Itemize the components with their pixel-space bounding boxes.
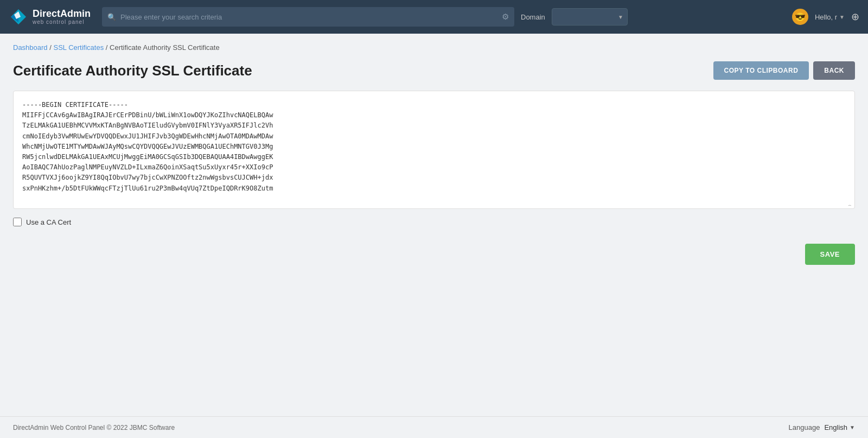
nav-right: 😎 Hello, r ▼ ⊕: [792, 9, 859, 25]
use-ca-cert-label[interactable]: Use a CA Cert: [26, 218, 71, 226]
search-settings-icon[interactable]: ⚙: [502, 12, 509, 22]
footer: DirectAdmin Web Control Panel © 2022 JBM…: [0, 416, 868, 438]
directadmin-logo-icon: [9, 7, 28, 27]
page-header: Certificate Authority SSL Certificate CO…: [13, 61, 855, 80]
apps-grid-icon[interactable]: ⊕: [851, 11, 859, 23]
save-button[interactable]: SAVE: [805, 244, 855, 265]
avatar: 😎: [792, 9, 808, 25]
language-selector[interactable]: English ▼: [824, 423, 855, 431]
use-ca-cert-checkbox[interactable]: [13, 218, 22, 226]
search-input[interactable]: [102, 7, 514, 27]
save-area: SAVE: [13, 237, 855, 271]
hello-user-text[interactable]: Hello, r ▼: [815, 13, 845, 21]
domain-selector-wrap: ▼: [552, 8, 628, 26]
breadcrumb: Dashboard / SSL Certificates / Certifica…: [13, 43, 855, 52]
domain-label: Domain: [521, 13, 545, 21]
logo-text: DirectAdmin web control panel: [33, 9, 91, 26]
certificate-container: ⌢: [13, 91, 855, 209]
copy-to-clipboard-button[interactable]: COPY TO CLIPBOARD: [713, 61, 809, 80]
top-navigation: DirectAdmin web control panel 🔍 ⚙ Domain…: [0, 0, 868, 34]
domain-select[interactable]: [552, 8, 628, 26]
breadcrumb-ssl-certificates[interactable]: SSL Certificates: [53, 43, 104, 52]
user-menu-chevron-icon: ▼: [839, 14, 845, 20]
logo-area: DirectAdmin web control panel: [9, 7, 95, 27]
logo-subtitle: web control panel: [33, 19, 91, 25]
main-content: Dashboard / SSL Certificates / Certifica…: [0, 34, 868, 416]
language-chevron-icon: ▼: [850, 424, 855, 430]
language-value: English: [824, 423, 847, 431]
use-ca-cert-row: Use a CA Cert: [13, 218, 855, 226]
language-label: Language: [789, 423, 820, 431]
footer-language-area: Language English ▼: [789, 423, 855, 431]
certificate-textarea[interactable]: [22, 100, 846, 198]
breadcrumb-sep2: /: [106, 43, 110, 52]
resize-handle-icon: ⌢: [848, 202, 853, 207]
page-title: Certificate Authority SSL Certificate: [13, 62, 252, 79]
logo-title: DirectAdmin: [33, 9, 91, 20]
footer-copyright: DirectAdmin Web Control Panel © 2022 JBM…: [13, 424, 175, 431]
breadcrumb-current: Certificate Authority SSL Certificate: [110, 43, 220, 52]
breadcrumb-dashboard[interactable]: Dashboard: [13, 43, 48, 52]
search-bar: 🔍 ⚙: [102, 7, 514, 27]
header-buttons: COPY TO CLIPBOARD BACK: [713, 61, 855, 80]
search-icon: 🔍: [107, 13, 116, 21]
back-button[interactable]: BACK: [813, 61, 855, 80]
hello-label: Hello, r: [815, 13, 837, 21]
